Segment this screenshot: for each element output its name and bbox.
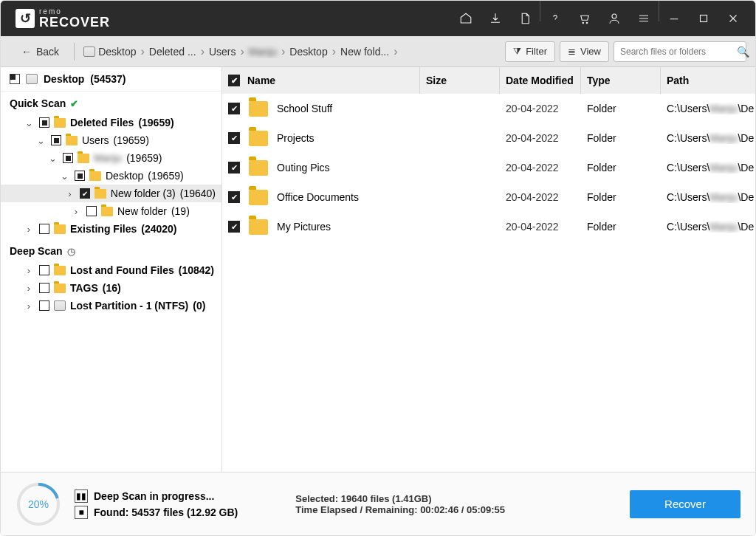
cell-path: C:\Users\Manju\De	[661, 221, 755, 233]
col-size[interactable]: Size	[426, 75, 447, 86]
tree-row[interactable]: ⌄Users (19659)	[1, 131, 221, 149]
col-type[interactable]: Type	[587, 75, 611, 86]
crumb[interactable]: New fold...	[340, 46, 389, 58]
checkbox[interactable]	[51, 135, 61, 145]
tree-row[interactable]: ⌄Manju (19659)	[1, 149, 221, 167]
root-checkbox[interactable]	[10, 74, 20, 84]
cell-path: C:\Users\Manju\De	[661, 162, 755, 173]
tree-row[interactable]: ›Lost and Found Files (10842)	[1, 261, 221, 279]
close-icon[interactable]	[718, 1, 748, 36]
search-icon[interactable]: 🔍	[737, 46, 749, 58]
tree-row[interactable]: ›Existing Files (24020)	[1, 220, 221, 238]
twisty-icon[interactable]: ›	[23, 283, 35, 294]
row-checkbox[interactable]: ✔	[228, 132, 240, 144]
tree-label: New folder (3)	[111, 188, 176, 199]
crumb[interactable]: Desktop	[83, 46, 136, 58]
file-row[interactable]: ✔Office Documents20-04-2022FolderC:\User…	[222, 182, 755, 212]
tree-row[interactable]: ›Lost Partition - 1 (NTFS) (0)	[1, 297, 221, 315]
download-icon[interactable]	[481, 1, 510, 36]
twisty-icon[interactable]: ⌄	[23, 117, 35, 128]
checkbox[interactable]	[39, 300, 49, 311]
checkbox[interactable]	[39, 224, 49, 234]
folder-icon	[78, 154, 89, 163]
col-date[interactable]: Date Modified	[506, 75, 574, 86]
crumb-label: New fold...	[340, 46, 389, 58]
tree-label: Lost and Found Files	[70, 264, 174, 276]
twisty-icon[interactable]: ⌄	[47, 153, 58, 164]
checkbox[interactable]	[39, 117, 49, 128]
tree-label: New folder	[117, 205, 167, 217]
checkbox[interactable]: ✔	[80, 188, 90, 199]
found-value: 54537 files (12.92 GB)	[131, 506, 238, 518]
help-icon[interactable]	[540, 1, 570, 36]
progress-ring: 20%	[16, 481, 61, 527]
cell-type: Folder	[581, 191, 661, 203]
cell-path: C:\Users\Manju\De	[661, 191, 755, 203]
view-button[interactable]: ≣ View	[560, 41, 609, 62]
twisty-icon[interactable]: ›	[23, 224, 35, 235]
stop-icon[interactable]: ■	[75, 506, 88, 519]
user-icon[interactable]	[599, 1, 629, 36]
crumb[interactable]: Deleted ...	[149, 46, 196, 58]
search-box[interactable]: 🔍	[614, 41, 746, 62]
minimize-icon[interactable]	[659, 1, 689, 36]
tree-row[interactable]: ⌄Desktop (19659)	[1, 167, 221, 185]
selected-value: 19640 files (1.41GB)	[341, 493, 432, 504]
file-rows: ✔School Stuff20-04-2022FolderC:\Users\Ma…	[222, 94, 755, 472]
folder-icon	[66, 136, 78, 145]
tree-count: (24020)	[141, 223, 176, 235]
crumb[interactable]: Users	[209, 46, 236, 58]
twisty-icon[interactable]: ›	[70, 206, 82, 217]
row-checkbox[interactable]: ✔	[228, 221, 240, 233]
cell-path: C:\Users\Manju\De	[661, 132, 755, 144]
recover-button[interactable]: Recover	[630, 490, 740, 518]
crumb[interactable]: Manju	[249, 46, 277, 58]
filter-button[interactable]: ⧩ Filter	[505, 41, 555, 62]
checkbox[interactable]	[39, 283, 49, 293]
checkbox[interactable]	[86, 206, 97, 216]
row-checkbox[interactable]: ✔	[228, 162, 240, 173]
list-icon: ≣	[568, 46, 576, 57]
cart-icon[interactable]	[570, 1, 599, 36]
row-checkbox[interactable]: ✔	[228, 191, 240, 203]
checkbox[interactable]	[39, 265, 49, 275]
crumb-label: Desktop	[98, 46, 136, 58]
col-path[interactable]: Path	[667, 75, 689, 86]
maximize-icon[interactable]	[689, 1, 718, 36]
page-icon[interactable]	[510, 1, 540, 36]
row-checkbox[interactable]: ✔	[228, 103, 240, 114]
twisty-icon[interactable]: ⌄	[58, 171, 70, 182]
tree-row[interactable]: ›New folder (19)	[1, 202, 221, 220]
file-name: Office Documents	[277, 191, 359, 203]
twisty-icon[interactable]: ›	[23, 265, 35, 276]
cell-type: Folder	[581, 162, 661, 173]
tree-row[interactable]: ⌄Deleted Files (19659)	[1, 114, 221, 131]
app-logo: ↺ remo RECOVER	[16, 8, 110, 29]
tree-row[interactable]: ›✔New folder (3) (19640)	[1, 185, 221, 202]
file-row[interactable]: ✔My Pictures20-04-2022FolderC:\Users\Man…	[222, 212, 755, 241]
file-name: Projects	[277, 132, 315, 144]
pause-icon[interactable]: ▮▮	[75, 489, 88, 503]
file-row[interactable]: ✔Outing Pics20-04-2022FolderC:\Users\Man…	[222, 153, 755, 182]
checkbox[interactable]	[63, 153, 73, 163]
select-all-checkbox[interactable]: ✔	[228, 75, 240, 86]
cell-date: 20-04-2022	[500, 191, 581, 203]
twisty-icon[interactable]: ⌄	[35, 135, 47, 146]
folder-icon	[89, 171, 101, 181]
menu-icon[interactable]	[629, 1, 659, 36]
checkbox[interactable]	[75, 171, 85, 181]
tree-row[interactable]: ›TAGS (16)	[1, 279, 221, 297]
twisty-icon[interactable]: ›	[64, 188, 75, 199]
file-row[interactable]: ✔Projects20-04-2022FolderC:\Users\Manju\…	[222, 123, 755, 153]
back-button[interactable]: ← Back	[16, 43, 65, 61]
file-row[interactable]: ✔School Stuff20-04-2022FolderC:\Users\Ma…	[222, 94, 755, 123]
file-name: My Pictures	[277, 221, 331, 233]
crumb[interactable]: Desktop	[289, 46, 327, 58]
folder-icon	[54, 284, 66, 293]
home-icon[interactable]	[451, 1, 481, 36]
col-name[interactable]: Name	[247, 75, 275, 86]
sidebar-root[interactable]: Desktop (54537)	[1, 67, 221, 92]
tree-count: (19659)	[148, 170, 183, 182]
twisty-icon[interactable]: ›	[23, 300, 35, 312]
search-input[interactable]	[614, 47, 737, 57]
